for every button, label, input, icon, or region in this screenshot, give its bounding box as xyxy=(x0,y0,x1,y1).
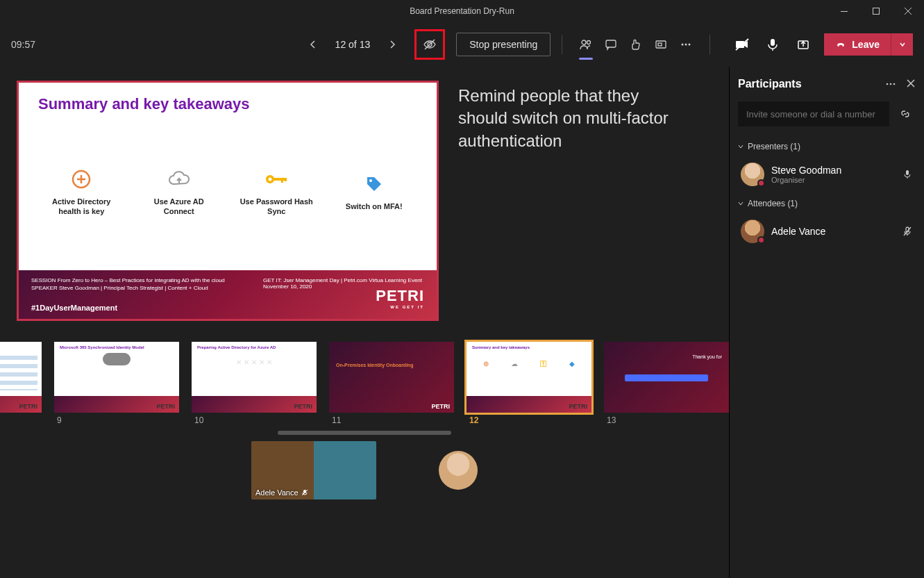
key-icon xyxy=(235,167,318,191)
avatar xyxy=(741,220,764,243)
participant-row[interactable]: Steve Goodman Organiser xyxy=(738,157,916,192)
svg-point-11 xyxy=(689,44,691,46)
presence-badge xyxy=(757,179,765,187)
slide-thumbnails[interactable]: nized Identity Models PETRI Microsoft 36… xyxy=(0,335,729,425)
camera-button[interactable] xyxy=(730,32,755,57)
presenter-stage: Summary and key takeaways Active Directo… xyxy=(0,67,729,578)
avatar xyxy=(741,163,764,186)
thumb-slide-current[interactable]: Summary and key takeaways ⊕☁⚿◆ PETRI xyxy=(467,342,591,413)
next-slide-button[interactable] xyxy=(381,33,403,56)
more-actions-button[interactable] xyxy=(673,32,698,57)
svg-point-21 xyxy=(369,179,372,182)
presenters-group-header[interactable]: Presenters (1) xyxy=(738,142,916,151)
invite-input[interactable] xyxy=(738,101,889,126)
panel-title: Participants xyxy=(738,78,802,90)
participant-video-tile[interactable]: Adele Vance xyxy=(251,441,376,499)
share-button[interactable] xyxy=(791,32,816,57)
svg-rect-6 xyxy=(606,40,616,47)
slide-counter: 12 of 13 xyxy=(333,39,373,50)
svg-point-26 xyxy=(893,83,896,85)
svg-rect-8 xyxy=(658,43,662,46)
svg-rect-20 xyxy=(285,178,287,181)
muted-icon xyxy=(301,489,308,496)
svg-point-5 xyxy=(587,41,591,44)
maximize-button[interactable] xyxy=(860,0,892,22)
thumb-slide[interactable]: Preparing Active Directory for Azure AD … xyxy=(192,342,317,413)
takeaway-item: Use Password HashSync xyxy=(235,167,318,217)
presence-badge xyxy=(757,236,765,244)
mic-muted-icon[interactable] xyxy=(902,226,913,237)
title-bar: Board Presentation Dry-Run xyxy=(0,0,924,22)
plus-circle-icon xyxy=(40,167,123,191)
svg-rect-0 xyxy=(841,11,848,12)
current-slide[interactable]: Summary and key takeaways Active Directo… xyxy=(17,81,439,321)
petri-logo: PETRIWE GET IT xyxy=(376,287,424,309)
presenter-notes: Remind people that they should switch on… xyxy=(458,85,680,152)
svg-rect-27 xyxy=(906,170,909,175)
slide-nav: 12 of 13 xyxy=(302,33,404,56)
minimize-button[interactable] xyxy=(828,0,860,22)
thumb-slide[interactable]: On-Premises Identity Onboarding PETRI xyxy=(329,342,454,413)
participant-row[interactable]: Adele Vance xyxy=(738,214,916,249)
slide-title: Summary and key takeaways xyxy=(38,95,417,113)
divider xyxy=(709,35,710,54)
svg-point-17 xyxy=(269,177,272,181)
leave-label: Leave xyxy=(852,39,880,50)
meeting-toolbar: 09:57 12 of 13 Stop presenting xyxy=(0,22,924,67)
cloud-icon xyxy=(137,167,221,191)
people-button[interactable] xyxy=(573,32,598,57)
svg-rect-19 xyxy=(281,178,283,183)
takeaway-item: Switch on MFA! xyxy=(333,172,416,211)
chevron-down-icon xyxy=(738,201,744,206)
svg-point-24 xyxy=(887,83,889,85)
window-controls xyxy=(828,0,924,22)
prev-slide-button[interactable] xyxy=(302,33,324,56)
leave-menu-button[interactable] xyxy=(891,33,913,56)
svg-rect-1 xyxy=(873,8,880,15)
takeaway-item: Use Azure ADConnect xyxy=(137,167,221,217)
window-title: Board Presentation Dry-Run xyxy=(410,6,514,16)
chevron-down-icon xyxy=(738,144,744,149)
toggle-presenter-view-button[interactable] xyxy=(414,29,445,60)
rooms-button[interactable] xyxy=(648,32,673,57)
attendees-group-header[interactable]: Attendees (1) xyxy=(738,199,916,208)
slide-footer: SESSION From Zero to Hero – Best Practic… xyxy=(19,270,437,319)
stop-presenting-button[interactable]: Stop presenting xyxy=(456,33,551,56)
panel-close-icon[interactable] xyxy=(906,79,916,90)
chat-button[interactable] xyxy=(598,32,623,57)
participant-name: Adele Vance xyxy=(771,226,895,237)
self-avatar[interactable] xyxy=(439,451,478,490)
svg-point-10 xyxy=(685,44,687,46)
thumb-slide[interactable]: Thank you for xyxy=(604,342,729,413)
meeting-timer: 09:57 xyxy=(11,39,35,50)
thumb-slide[interactable]: Microsoft 365 Synchronized Identity Mode… xyxy=(54,342,179,413)
thumb-slide[interactable]: nized Identity Models PETRI xyxy=(0,342,42,413)
mic-button[interactable] xyxy=(760,32,785,57)
tag-icon xyxy=(333,172,416,196)
svg-rect-7 xyxy=(656,41,666,48)
svg-point-4 xyxy=(582,40,586,44)
participants-panel: Participants Presenters (1) Steve Goodma… xyxy=(729,67,924,578)
svg-point-25 xyxy=(890,83,892,85)
leave-button[interactable]: Leave xyxy=(824,33,891,56)
svg-point-9 xyxy=(682,44,684,46)
divider xyxy=(562,35,562,54)
reactions-button[interactable] xyxy=(623,32,648,57)
close-button[interactable] xyxy=(892,0,924,22)
panel-more-icon[interactable] xyxy=(885,79,896,90)
participant-name: Steve Goodman xyxy=(771,165,895,176)
takeaway-item: Active Directoryhealth is key xyxy=(40,167,123,217)
svg-rect-18 xyxy=(274,178,286,181)
mic-icon[interactable] xyxy=(902,169,913,180)
copy-link-button[interactable] xyxy=(895,101,916,126)
svg-rect-13 xyxy=(771,39,775,46)
participant-name: Adele Vance xyxy=(255,488,299,497)
participant-role: Organiser xyxy=(771,176,895,184)
video-gallery: Adele Vance xyxy=(0,435,729,502)
